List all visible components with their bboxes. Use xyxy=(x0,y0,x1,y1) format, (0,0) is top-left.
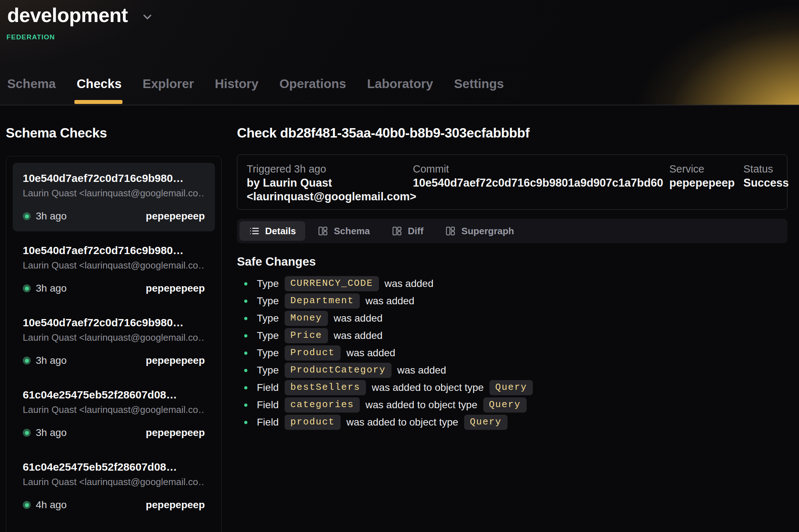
change-row: Type Money was added xyxy=(237,310,787,327)
meta-commit-label: Commit xyxy=(413,163,669,175)
change-code: CURRENCY_CODE xyxy=(285,276,379,291)
check-author: Laurin Quast <laurinquast@googlemail.co… xyxy=(23,476,205,488)
change-kind: Type xyxy=(257,330,279,341)
meta-triggered-label: Triggered 3h ago xyxy=(247,163,413,175)
check-author: Laurin Quast <laurinquast@googlemail.co… xyxy=(23,332,205,343)
view-tab-diff[interactable]: Diff xyxy=(382,221,433,241)
view-tab-label: Details xyxy=(265,226,296,237)
check-author: Laurin Quast <laurinquast@googlemail.co… xyxy=(23,404,205,415)
bullet-icon xyxy=(244,282,247,285)
meta-status-value: Success xyxy=(743,176,789,190)
check-time: 3h ago xyxy=(36,210,67,222)
check-meta-box: Triggered 3h ago by Laurin Quast <laurin… xyxy=(237,154,787,210)
meta-status-label: Status xyxy=(743,163,789,175)
view-tab-supergraph[interactable]: Supergraph xyxy=(436,221,523,241)
view-tab-label: Schema xyxy=(334,226,370,237)
check-meta-row: 3h ago pepepepeep xyxy=(23,283,205,294)
check-detail-title: Check db28f481-35aa-40b0-b8b9-303ecfabbb… xyxy=(237,126,787,141)
change-code: bestSellers xyxy=(285,380,366,395)
change-row: Field categories was added to object typ… xyxy=(237,396,787,414)
change-code: Department xyxy=(285,293,360,309)
change-code: ProductCategory xyxy=(285,363,392,378)
bullet-icon xyxy=(244,369,247,372)
page: development FEDERATION Schema Checks Exp… xyxy=(0,0,799,532)
meta-service-label: Service xyxy=(669,163,743,175)
check-meta-row: 3h ago pepepepeep xyxy=(23,355,205,366)
check-list-item[interactable]: 10e540d7aef72c0d716c9b980… Laurin Quast … xyxy=(13,163,215,231)
check-list-item[interactable]: 61c04e25475eb52f28607d08… Laurin Quast <… xyxy=(13,379,215,448)
check-meta-row: 3h ago pepepepeep xyxy=(23,427,205,439)
bullet-icon xyxy=(244,352,247,355)
project-title: development xyxy=(7,4,128,27)
change-text: was added xyxy=(385,278,433,289)
change-code-secondary: Query xyxy=(464,415,508,430)
change-row: Type Product was added xyxy=(237,344,787,362)
tab-schema[interactable]: Schema xyxy=(7,77,56,105)
check-time: 3h ago xyxy=(36,355,67,366)
change-row: Type Department was added xyxy=(237,292,787,310)
change-text: was added to object type xyxy=(372,382,484,393)
columns-icon xyxy=(445,226,456,236)
check-time: 4h ago xyxy=(36,499,67,511)
bullet-icon xyxy=(244,334,247,337)
change-text: was added xyxy=(334,330,383,341)
check-service: pepepepeep xyxy=(146,210,205,222)
meta-service: Service pepepepeep xyxy=(669,163,743,204)
change-text: was added xyxy=(334,313,383,324)
change-kind: Type xyxy=(257,365,279,376)
list-icon xyxy=(249,226,260,236)
change-row: Field product was added to object type Q… xyxy=(237,414,787,431)
tab-checks[interactable]: Checks xyxy=(77,77,122,105)
meta-triggered-email: <laurinquast@googlemail.com> xyxy=(247,190,413,204)
safe-changes-list: Type CURRENCY_CODE was added Type Depart… xyxy=(237,275,787,431)
tab-settings[interactable]: Settings xyxy=(454,77,504,105)
safe-changes-title: Safe Changes xyxy=(237,255,787,269)
tab-explorer[interactable]: Explorer xyxy=(143,77,194,105)
tab-laboratory[interactable]: Laboratory xyxy=(367,77,433,105)
bullet-icon xyxy=(244,386,247,389)
check-id: 10e540d7aef72c0d716c9b980… xyxy=(23,317,205,329)
change-row: Field bestSellers was added to object ty… xyxy=(237,379,787,396)
check-id: 61c04e25475eb52f28607d08… xyxy=(23,389,205,401)
main-nav: Schema Checks Explorer History Operation… xyxy=(7,77,799,105)
check-list-item[interactable]: 10e540d7aef72c0d716c9b980… Laurin Quast … xyxy=(13,307,215,376)
change-kind: Type xyxy=(257,295,279,307)
view-tabs: Details Schema Diff xyxy=(237,219,787,243)
view-tab-schema[interactable]: Schema xyxy=(308,221,379,241)
status-dot-icon xyxy=(23,501,31,509)
check-time: 3h ago xyxy=(36,427,67,439)
change-code: Product xyxy=(285,345,341,361)
chevron-down-icon[interactable] xyxy=(141,10,154,23)
change-row: Type Price was added xyxy=(237,327,787,344)
columns-icon xyxy=(392,226,402,236)
change-text: was added to object type xyxy=(366,399,478,411)
project-selector[interactable]: development xyxy=(7,4,154,27)
check-service: pepepepeep xyxy=(146,283,205,294)
columns-icon xyxy=(318,226,328,236)
bullet-icon xyxy=(244,404,247,407)
tab-history[interactable]: History xyxy=(215,77,259,105)
change-kind: Field xyxy=(257,382,279,393)
status-dot-icon xyxy=(23,284,31,292)
check-service: pepepepeep xyxy=(146,499,205,511)
check-id: 10e540d7aef72c0d716c9b980… xyxy=(23,172,205,184)
status-dot-icon xyxy=(23,429,31,437)
tab-operations[interactable]: Operations xyxy=(279,77,346,105)
change-kind: Field xyxy=(257,399,279,411)
check-list-item[interactable]: 61c04e25475eb52f28607d08… Laurin Quast <… xyxy=(13,452,215,520)
view-tab-details[interactable]: Details xyxy=(239,221,305,241)
meta-commit: Commit 10e540d7aef72c0d716c9b9801a9d907c… xyxy=(413,163,669,204)
meta-commit-value: 10e540d7aef72c0d716c9b9801a9d907c1a7bd60 xyxy=(413,176,669,190)
change-text: was added to object type xyxy=(346,417,458,428)
check-meta-row: 4h ago pepepepeep xyxy=(23,499,205,511)
view-tab-label: Supergraph xyxy=(461,226,514,237)
check-detail-panel: Check db28f481-35aa-40b0-b8b9-303ecfabbb… xyxy=(237,105,787,431)
change-code: Price xyxy=(285,328,328,343)
meta-service-value: pepepepeep xyxy=(669,176,743,190)
check-list-item[interactable]: 10e540d7aef72c0d716c9b980… Laurin Quast … xyxy=(13,235,215,304)
view-tab-label: Diff xyxy=(408,226,423,237)
change-kind: Type xyxy=(257,278,279,289)
change-code: categories xyxy=(285,397,360,413)
meta-status: Status Success xyxy=(743,163,789,204)
bullet-icon xyxy=(244,421,247,424)
